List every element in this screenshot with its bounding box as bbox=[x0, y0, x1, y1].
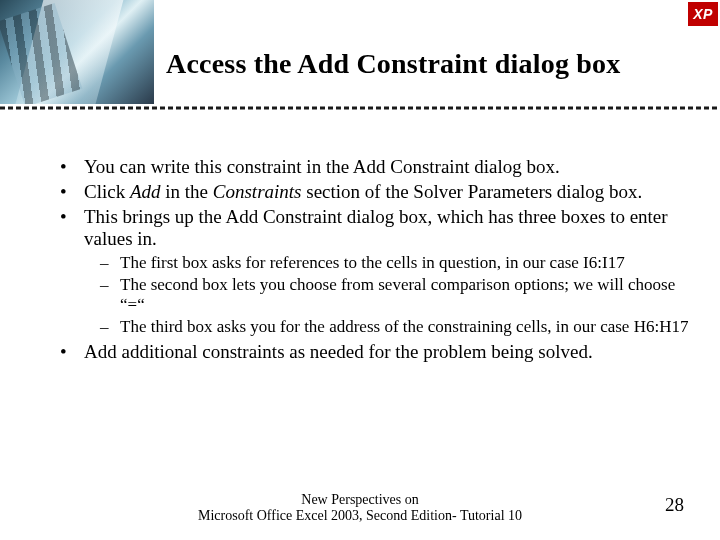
header-divider bbox=[0, 104, 720, 128]
sub-bullet-list: The first box asks for references to the… bbox=[84, 253, 690, 337]
bullet-item: This brings up the Add Constraint dialog… bbox=[46, 206, 690, 338]
footer-line: New Perspectives on bbox=[0, 492, 720, 508]
sub-bullet-text: The second box lets you choose from seve… bbox=[120, 275, 675, 314]
slide-header: Access the Add Constraint dialog box XP bbox=[0, 0, 720, 126]
bullet-item: Click Add in the Constraints section of … bbox=[46, 181, 690, 204]
sub-bullet-item: The third box asks you for the address o… bbox=[84, 317, 690, 337]
bullet-text: in the bbox=[161, 181, 213, 202]
bullet-list: You can write this constraint in the Add… bbox=[46, 156, 690, 364]
xp-badge: XP bbox=[688, 2, 718, 26]
slide-body: You can write this constraint in the Add… bbox=[0, 126, 720, 364]
footer-line: Microsoft Office Excel 2003, Second Edit… bbox=[0, 508, 720, 524]
sub-bullet-text: The third box asks you for the address o… bbox=[120, 317, 688, 336]
bullet-text: This brings up the Add Constraint dialog… bbox=[84, 206, 668, 250]
bullet-text: You can write this constraint in the Add… bbox=[84, 156, 560, 177]
bullet-item: Add additional constraints as needed for… bbox=[46, 341, 690, 364]
sub-bullet-item: The second box lets you choose from seve… bbox=[84, 275, 690, 315]
bullet-text-italic: Constraints bbox=[213, 181, 302, 202]
bullet-text-italic: Add bbox=[130, 181, 161, 202]
bullet-text: Add additional constraints as needed for… bbox=[84, 341, 593, 362]
bullet-item: You can write this constraint in the Add… bbox=[46, 156, 690, 179]
slide-title: Access the Add Constraint dialog box bbox=[166, 48, 620, 80]
decorative-header-image bbox=[0, 0, 154, 104]
bullet-text: Click bbox=[84, 181, 130, 202]
sub-bullet-item: The first box asks for references to the… bbox=[84, 253, 690, 273]
bullet-text: section of the Solver Parameters dialog … bbox=[301, 181, 642, 202]
sub-bullet-text: The first box asks for references to the… bbox=[120, 253, 625, 272]
slide-footer: New Perspectives on Microsoft Office Exc… bbox=[0, 492, 720, 524]
page-number: 28 bbox=[665, 494, 684, 516]
